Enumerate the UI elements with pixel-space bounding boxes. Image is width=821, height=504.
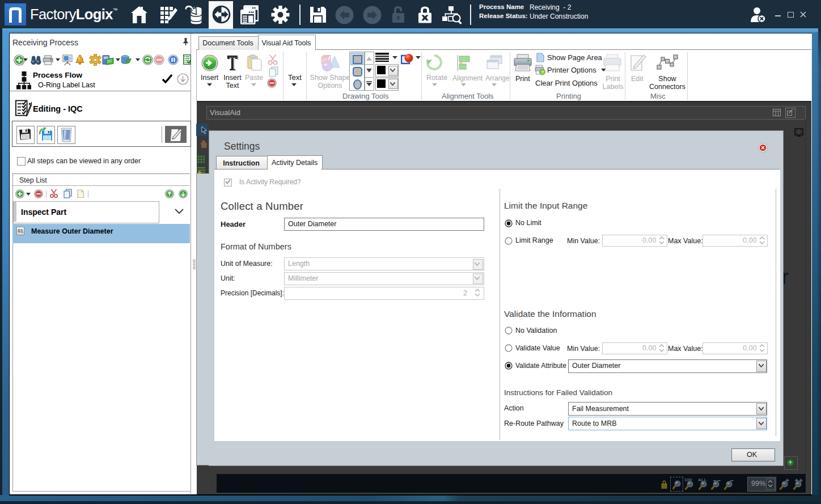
svg-text:?: ? [541,70,544,75]
